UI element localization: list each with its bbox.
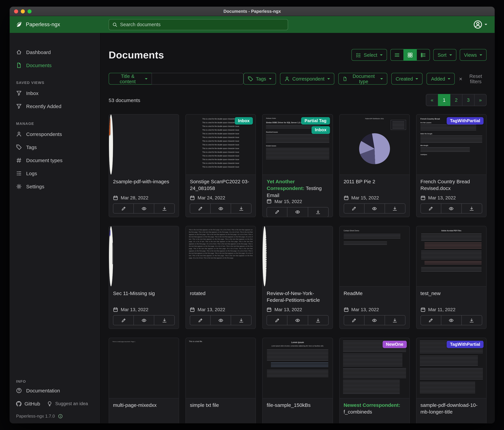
document-title[interactable]: ReadMe: [343, 290, 405, 297]
download-button[interactable]: [385, 315, 405, 325]
sidebar-item-inbox[interactable]: Inbox: [10, 87, 100, 100]
document-thumbnail[interactable]: Adobe Acrobat PDF Files: [416, 226, 486, 287]
document-thumbnail[interactable]: This is a test for the double space char…: [186, 114, 255, 175]
sidebar-item-dashboard[interactable]: Dashboard: [10, 46, 100, 59]
app-brand[interactable]: Paperless-ngx: [10, 21, 101, 28]
document-thumbnail[interactable]: 1.1. CONTINUING MEDICAL EDUCA Attestatio…: [109, 226, 113, 287]
close-button[interactable]: [14, 9, 18, 13]
view-button[interactable]: [134, 315, 154, 325]
tag-badge[interactable]: Another Sample Tag: [109, 117, 110, 136]
document-thumbnail[interactable]: This is the text that appears on the fir…: [186, 226, 255, 287]
sort-button[interactable]: Sort: [433, 49, 456, 61]
tag-badge[interactable]: TagWithPartial: [447, 341, 484, 348]
document-thumbnail[interactable]: French Country Bread For the Leaven: Mak…: [416, 114, 486, 175]
tag-badge[interactable]: Partial Tag: [301, 117, 330, 125]
sidebar-item-suggest-idea[interactable]: Suggest an idea: [47, 401, 88, 406]
sidebar-item-recently-added[interactable]: Recently Added: [10, 100, 100, 113]
view-button[interactable]: [210, 315, 231, 325]
document-title[interactable]: sample-pdf-download-10-mb-longer-title: [421, 402, 482, 415]
view-button[interactable]: [287, 315, 308, 325]
added-filter-button[interactable]: Added: [427, 73, 455, 84]
detail-view-button[interactable]: [416, 49, 430, 61]
tag-badge[interactable]: Inbox: [312, 126, 330, 134]
grid-view-button[interactable]: [403, 49, 417, 61]
zoom-button[interactable]: [27, 9, 32, 13]
sidebar-item-documents[interactable]: Documents: [10, 59, 100, 72]
tag-badge[interactable]: TagWithPartial: [109, 229, 110, 236]
list-view-button[interactable]: [390, 49, 404, 61]
search-input[interactable]: [120, 22, 284, 27]
document-title[interactable]: file-sample_150kBs: [267, 402, 328, 409]
document-title[interactable]: 2011 BP Pie 2: [343, 178, 405, 185]
reset-filters-button[interactable]: Reset filters: [459, 73, 486, 84]
correspondent-link[interactable]: Yet Another Correspondent: [267, 178, 305, 191]
edit-button[interactable]: [267, 207, 288, 217]
edit-button[interactable]: [343, 315, 364, 325]
download-button[interactable]: [231, 203, 252, 214]
view-button[interactable]: [287, 207, 308, 217]
document-title[interactable]: f_combineds: [343, 409, 372, 415]
pagination-page-2[interactable]: 2: [450, 94, 462, 106]
document-type-filter-button[interactable]: Document type: [338, 73, 387, 84]
correspondent-filter-button[interactable]: Correspondent: [280, 73, 334, 84]
document-title[interactable]: Sec 11-Missing sig: [113, 290, 175, 297]
edit-button[interactable]: [421, 315, 441, 325]
download-button[interactable]: [308, 207, 328, 217]
view-button[interactable]: [441, 203, 462, 214]
document-thumbnail[interactable]: Patient BP Distribution 2011: [340, 114, 409, 175]
download-button[interactable]: [461, 203, 482, 214]
edit-button[interactable]: [113, 203, 134, 214]
download-button[interactable]: [154, 315, 175, 325]
download-button[interactable]: [385, 203, 405, 214]
pagination-next[interactable]: »: [474, 94, 486, 106]
view-button[interactable]: [134, 203, 154, 214]
tag-badge[interactable]: NewOne: [383, 341, 407, 348]
tag-badge[interactable]: Inbox: [234, 117, 253, 125]
document-thumbnail[interactable]: Lorem ipsum Lorem ipsum dolor sit amet, …: [263, 338, 333, 398]
select-button[interactable]: Select: [351, 49, 387, 61]
edit-button[interactable]: [421, 203, 441, 214]
document-thumbnail[interactable]: TagWithPartial: [416, 338, 486, 398]
sidebar-item-documentation[interactable]: Documentation: [10, 384, 100, 397]
edit-button[interactable]: [113, 315, 134, 325]
document-title[interactable]: rotated: [190, 290, 252, 297]
tags-filter-button[interactable]: Tags: [243, 73, 276, 84]
document-thumbnail[interactable]: Another Sample Tag: [109, 114, 113, 175]
views-button[interactable]: Views: [459, 49, 486, 61]
edit-button[interactable]: [343, 203, 364, 214]
download-button[interactable]: [154, 203, 175, 214]
edit-button[interactable]: [267, 315, 288, 325]
document-thumbnail[interactable]: Contact Sheet Demo: [340, 226, 409, 287]
sidebar-item-settings[interactable]: Settings: [10, 180, 100, 193]
title-content-dropdown[interactable]: Title & content: [109, 73, 152, 84]
sidebar-item-github[interactable]: GitHub: [16, 401, 40, 406]
document-title[interactable]: 2sample-pdf-with-images: [113, 178, 175, 185]
sidebar-item-document-types[interactable]: Document types: [10, 154, 100, 167]
pagination-prev[interactable]: «: [426, 94, 438, 106]
document-title[interactable]: multi-page-mixedxx: [113, 402, 175, 409]
title-content-input[interactable]: [152, 73, 243, 84]
tag-badge[interactable]: TagWithPartial: [447, 117, 484, 125]
view-button[interactable]: [210, 203, 231, 214]
document-title[interactable]: simple txt file: [190, 402, 252, 409]
document-title[interactable]: Review-of-New-York-Federal-Petitions-art…: [267, 290, 328, 304]
minimize-button[interactable]: [21, 9, 25, 13]
document-thumbnail[interactable]: Review of New York Federal Petitions for…: [263, 226, 267, 287]
document-title[interactable]: test_new: [421, 290, 482, 297]
window-titlebar[interactable]: Documents - Paperless-ngx: [10, 7, 495, 16]
edit-button[interactable]: [190, 315, 211, 325]
pagination-page-3[interactable]: 3: [462, 94, 475, 106]
document-title[interactable]: Sonstige ScanPC2022 03-24_081058: [190, 178, 252, 192]
document-thumbnail[interactable]: NewOne: [340, 338, 409, 398]
sidebar-item-tags[interactable]: Tags: [10, 141, 100, 154]
created-filter-button[interactable]: Created: [391, 73, 423, 84]
download-button[interactable]: [461, 315, 482, 325]
sidebar-item-logs[interactable]: Logs: [10, 167, 100, 180]
view-button[interactable]: [364, 203, 385, 214]
document-thumbnail[interactable]: This is a multi page document. Page 1.: [109, 338, 179, 398]
sidebar-item-correspondents[interactable]: Correspondents: [10, 128, 100, 141]
view-button[interactable]: [441, 315, 462, 325]
user-menu[interactable]: [474, 20, 495, 29]
pagination-page-1[interactable]: 1: [438, 94, 450, 106]
view-button[interactable]: [364, 315, 385, 325]
